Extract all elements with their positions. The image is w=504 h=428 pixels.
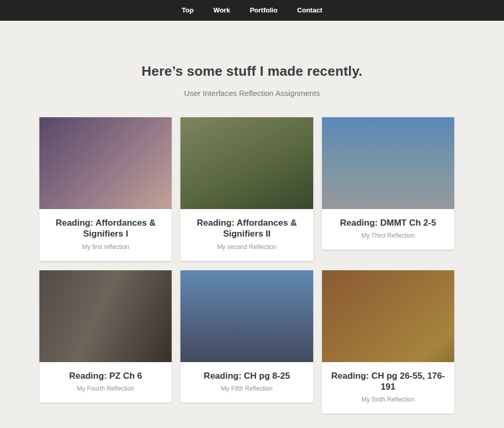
- card-thumbnail[interactable]: [39, 117, 172, 209]
- card-reading-affordances-2[interactable]: Reading: Affordances & Signifiers II My …: [180, 117, 313, 261]
- card-title: Reading: Affordances & Signifiers I: [49, 217, 162, 240]
- card-reading-ch-26-55[interactable]: Reading: CH pg 26-55, 176-191 My Sixth R…: [322, 270, 454, 414]
- card-reading-pz[interactable]: Reading: PZ Ch 6 My Fourth Reflection: [39, 270, 172, 403]
- card-body: Reading: DMMT Ch 2-5 My Third Reflection: [322, 209, 454, 250]
- card-body: Reading: Affordances & Signifiers II My …: [180, 209, 313, 261]
- card-title: Reading: CH pg 26-55, 176-191: [331, 370, 445, 393]
- card-reading-ch-8-25[interactable]: Reading: CH pg 8-25 My Fifth Reflection: [180, 270, 313, 403]
- card-thumbnail[interactable]: [180, 270, 313, 362]
- card-grid: Reading: Affordances & Signifiers I My f…: [39, 117, 454, 413]
- card-thumbnail[interactable]: [322, 270, 454, 362]
- top-nav: Top Work Portfolio Contact: [0, 0, 504, 21]
- card-body: Reading: PZ Ch 6 My Fourth Reflection: [39, 362, 172, 403]
- card-reading-dmmt[interactable]: Reading: DMMT Ch 2-5 My Third Reflection: [322, 117, 454, 250]
- card-body: Reading: CH pg 26-55, 176-191 My Sixth R…: [322, 362, 454, 414]
- card-reading-affordances-1[interactable]: Reading: Affordances & Signifiers I My f…: [39, 117, 172, 261]
- card-title: Reading: CH pg 8-25: [190, 370, 303, 381]
- nav-item-portfolio[interactable]: Portfolio: [240, 0, 287, 21]
- card-title: Reading: PZ Ch 6: [49, 370, 162, 381]
- card-subtitle: My second Reflection: [190, 243, 303, 251]
- card-body: Reading: CH pg 8-25 My Fifth Reflection: [180, 362, 313, 403]
- card-subtitle: My Third Reflection: [331, 232, 445, 239]
- card-thumbnail[interactable]: [322, 117, 454, 209]
- nav-item-contact[interactable]: Contact: [287, 0, 332, 21]
- card-subtitle: My Fifth Reflection: [190, 385, 303, 392]
- card-thumbnail[interactable]: [180, 117, 313, 209]
- card-body: Reading: Affordances & Signifiers I My f…: [39, 209, 172, 261]
- card-subtitle: My first reflection: [49, 243, 162, 251]
- card-title: Reading: Affordances & Signifiers II: [190, 217, 303, 240]
- nav-item-top[interactable]: Top: [172, 0, 204, 21]
- card-subtitle: My Fourth Reflection: [49, 385, 162, 392]
- card-thumbnail[interactable]: [39, 270, 172, 362]
- page-title: Here’s some stuff I made recently.: [0, 63, 504, 79]
- page-subtitle: User Interfaces Reflection Assignments: [0, 89, 504, 98]
- nav-item-work[interactable]: Work: [203, 0, 240, 21]
- card-title: Reading: DMMT Ch 2-5: [331, 217, 445, 228]
- card-subtitle: My Sixth Reflection: [331, 396, 445, 403]
- page-header: Here’s some stuff I made recently. User …: [0, 21, 504, 98]
